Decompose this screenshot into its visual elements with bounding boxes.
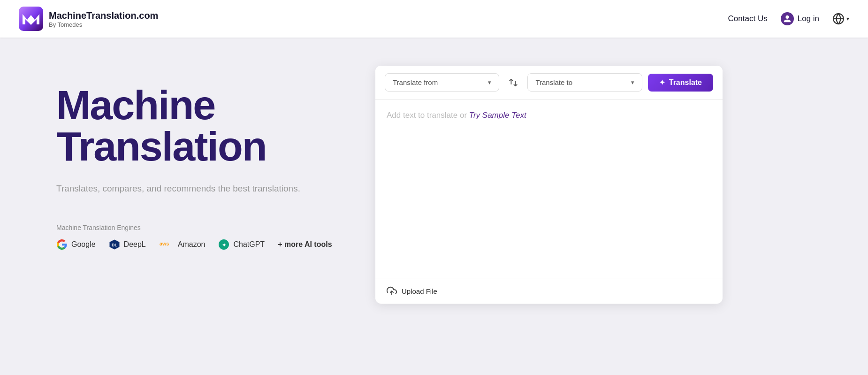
translate-from-dropdown[interactable]: Translate from ▾ (385, 73, 499, 92)
google-label: Google (71, 240, 96, 249)
placeholder-before-link: Add text to translate or (387, 111, 467, 120)
translate-from-label: Translate from (393, 78, 438, 86)
engine-deepl: DL DeepL (109, 239, 146, 250)
upload-file-section[interactable]: Upload File (375, 278, 723, 304)
login-button[interactable]: Log in (781, 12, 819, 25)
translate-button-label: Translate (669, 78, 702, 87)
engines-section: Machine Translation Engines Google (56, 224, 347, 250)
translate-bar: Translate from ▾ Translate to ▾ ✦ Transl… (375, 66, 723, 99)
right-panel: Translate from ▾ Translate to ▾ ✦ Transl… (375, 66, 849, 357)
amazon-label: Amazon (178, 240, 206, 249)
translate-to-dropdown[interactable]: Translate to ▾ (527, 73, 642, 92)
chevron-down-to-icon: ▾ (631, 79, 634, 86)
header-nav: Contact Us Log in ▾ (728, 12, 849, 25)
language-selector[interactable]: ▾ (832, 13, 849, 25)
sample-text-link[interactable]: Try Sample Text (469, 111, 526, 120)
main-content: Machine Translation Translates, compares… (0, 38, 868, 375)
engines-label: Machine Translation Engines (56, 224, 347, 231)
header: MachineTranslation.com By Tomedes Contac… (0, 0, 868, 38)
logo[interactable]: MachineTranslation.com By Tomedes (19, 7, 158, 31)
chatgpt-label: ChatGPT (233, 240, 265, 249)
svg-text:DL: DL (112, 243, 117, 247)
chevron-down-icon: ▾ (846, 15, 849, 22)
translate-button[interactable]: ✦ Translate (648, 74, 713, 92)
heading-line2: Translation (56, 123, 266, 169)
main-heading: Machine Translation (56, 84, 347, 167)
upload-label: Upload File (402, 287, 437, 295)
aws-icon: aws (159, 240, 174, 249)
translation-card: Translate from ▾ Translate to ▾ ✦ Transl… (375, 66, 723, 304)
login-label: Log in (798, 14, 819, 23)
engines-list: Google DL DeepL aws Amazon (56, 239, 347, 250)
upload-icon (387, 286, 397, 296)
logo-icon (19, 7, 43, 31)
logo-text: MachineTranslation.com By Tomedes (49, 10, 158, 28)
text-input-area[interactable]: Add text to translate or Try Sample Text (375, 99, 723, 278)
heading-line1: Machine (56, 82, 215, 128)
svg-text:aws: aws (160, 241, 169, 246)
left-panel: Machine Translation Translates, compares… (56, 66, 375, 357)
sparkle-icon: ✦ (659, 78, 665, 87)
google-icon (56, 239, 68, 250)
deepl-label: DeepL (124, 240, 146, 249)
deepl-icon: DL (109, 239, 120, 250)
user-icon (781, 12, 794, 25)
logo-title: MachineTranslation.com (49, 10, 158, 21)
engine-google: Google (56, 239, 96, 250)
hero-subtext: Translates, compares, and recommends the… (56, 182, 347, 196)
engine-chatgpt: ✦ ChatGPT (218, 239, 265, 250)
chevron-down-from-icon: ▾ (488, 79, 491, 86)
logo-subtitle: By Tomedes (49, 21, 158, 28)
more-tools-label[interactable]: + more AI tools (278, 240, 332, 249)
swap-icon (508, 77, 518, 88)
placeholder-text: Add text to translate or Try Sample Text (387, 111, 526, 120)
chatgpt-icon: ✦ (218, 239, 229, 250)
contact-link[interactable]: Contact Us (728, 14, 768, 23)
svg-text:✦: ✦ (222, 242, 226, 248)
translate-to-label: Translate to (535, 78, 572, 86)
engine-amazon: aws Amazon (159, 240, 206, 249)
swap-languages-button[interactable] (505, 74, 522, 91)
globe-icon (832, 13, 845, 25)
